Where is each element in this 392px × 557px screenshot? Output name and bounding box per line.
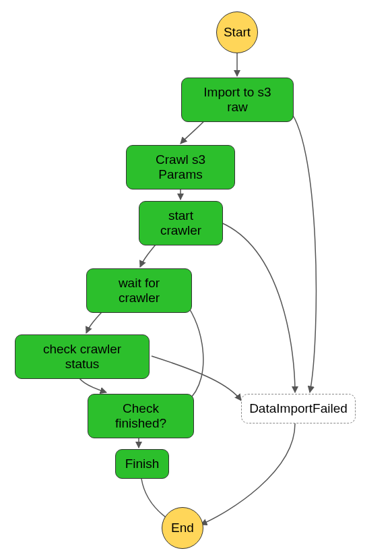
- node-check-finished: Check finished?: [88, 394, 194, 438]
- node-params-label: Crawl s3 Params: [137, 152, 224, 182]
- node-import: Import to s3 raw: [181, 78, 294, 122]
- node-params: Crawl s3 Params: [126, 145, 235, 189]
- node-finish: Finish: [115, 449, 169, 479]
- node-end-label: End: [171, 521, 194, 535]
- node-start: Start: [216, 11, 258, 53]
- node-failed: DataImportFailed: [241, 394, 356, 423]
- node-start-crawler: start crawler: [139, 201, 223, 245]
- node-check-status: check crawler status: [15, 334, 150, 379]
- node-start-crawler-label: start crawler: [150, 208, 211, 238]
- node-check-status-label: check crawler status: [26, 342, 138, 372]
- node-end: End: [162, 507, 203, 549]
- node-check-finished-label: Check finished?: [99, 401, 183, 431]
- node-wait-label: wait for crawler: [98, 276, 181, 305]
- node-import-label: Import to s3 raw: [193, 85, 282, 115]
- node-failed-label: DataImportFailed: [249, 401, 348, 416]
- node-start-label: Start: [224, 25, 251, 40]
- node-wait: wait for crawler: [86, 268, 192, 313]
- node-finish-label: Finish: [125, 457, 160, 471]
